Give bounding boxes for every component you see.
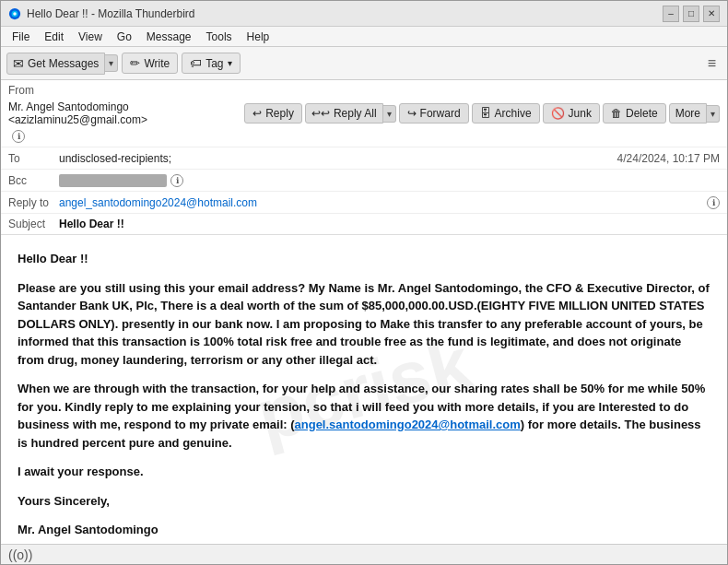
delete-button[interactable]: 🗑 Delete xyxy=(603,103,666,124)
close-button[interactable]: ✕ xyxy=(703,6,720,22)
reply-icon: ↩ xyxy=(252,107,262,120)
svg-point-2 xyxy=(13,12,17,16)
menu-message[interactable]: Message xyxy=(139,29,199,45)
forward-icon: ↪ xyxy=(407,107,417,120)
main-window: Hello Dear !! - Mozilla Thunderbird – □ … xyxy=(0,0,728,565)
reply-to-row: Reply to angel_santodomingo2024@hotmail.… xyxy=(1,192,727,214)
tag-button[interactable]: 🏷 Tag ▾ xyxy=(182,53,240,74)
email-content: Hello Dear !! Please are you still using… xyxy=(18,250,710,544)
more-dropdown[interactable]: ▾ xyxy=(707,105,720,123)
to-label: To xyxy=(8,152,59,165)
write-label: Write xyxy=(144,57,170,70)
subject-row: Subject Hello Dear !! xyxy=(1,214,727,234)
more-split: More ▾ xyxy=(669,103,720,124)
menu-tools[interactable]: Tools xyxy=(199,29,240,45)
reply-to-label: Reply to xyxy=(8,196,59,209)
archive-icon: 🗄 xyxy=(480,107,491,120)
email-paragraph3: I await your response. xyxy=(18,463,710,481)
email-header: From Mr. Angel Santodomingo <azizlaminu2… xyxy=(1,80,727,235)
junk-button[interactable]: 🚫 Junk xyxy=(543,103,600,124)
get-messages-split: ✉ Get Messages ▾ xyxy=(6,53,118,75)
reply-button[interactable]: ↩ Reply xyxy=(244,103,302,124)
bcc-label: Bcc xyxy=(8,174,59,187)
email-link[interactable]: angel.santodomingo2024@hotmail.com xyxy=(295,418,521,431)
delete-label: Delete xyxy=(626,107,658,120)
maximize-button[interactable]: □ xyxy=(683,6,699,22)
junk-label: Junk xyxy=(569,107,592,120)
tag-icon: 🏷 xyxy=(190,56,202,70)
to-row: To undisclosed-recipients; 4/24/2024, 10… xyxy=(1,147,727,170)
main-toolbar: ✉ Get Messages ▾ ✏ Write 🏷 Tag ▾ ≡ xyxy=(1,47,727,80)
title-bar: Hello Dear !! - Mozilla Thunderbird – □ … xyxy=(1,1,727,27)
reply-to-email-link[interactable]: angel_santodomingo2024@hotmail.com xyxy=(59,196,257,209)
reply-to-value: angel_santodomingo2024@hotmail.com xyxy=(59,196,703,209)
email-name: Mr. Angel Santodomingo xyxy=(18,521,710,539)
email-paragraph1: Please are you still using this your ema… xyxy=(18,279,710,370)
window-title: Hello Dear !! - Mozilla Thunderbird xyxy=(27,7,195,20)
more-label: More xyxy=(675,107,700,120)
subject-value: Hello Dear !! xyxy=(59,218,124,230)
menu-go[interactable]: Go xyxy=(110,29,139,45)
reply-all-dropdown[interactable]: ▾ xyxy=(383,105,396,123)
subject-label: Subject xyxy=(8,218,59,230)
tag-label: Tag xyxy=(205,57,223,70)
archive-button[interactable]: 🗄 Archive xyxy=(472,103,540,124)
reply-label: Reply xyxy=(265,107,294,120)
reply-all-label: Reply All xyxy=(334,107,377,120)
menu-bar: File Edit View Go Message Tools Help xyxy=(1,27,727,47)
menu-view[interactable]: View xyxy=(71,29,110,45)
to-value: undisclosed-recipients; xyxy=(59,152,617,165)
menu-file[interactable]: File xyxy=(5,29,37,45)
get-messages-dropdown[interactable]: ▾ xyxy=(105,54,118,72)
email-date: 4/24/2024, 10:17 PM xyxy=(617,152,720,165)
write-icon: ✏ xyxy=(130,56,140,70)
email-closing: Yours Sincerely, xyxy=(18,492,710,511)
hamburger-menu[interactable]: ≡ xyxy=(702,53,722,75)
title-bar-left: Hello Dear !! - Mozilla Thunderbird xyxy=(8,7,195,20)
bcc-value: ██████████████ xyxy=(59,174,167,187)
bcc-info-icon[interactable]: ℹ xyxy=(170,174,183,187)
forward-label: Forward xyxy=(420,107,461,120)
forward-button[interactable]: ↪ Forward xyxy=(399,103,469,124)
menu-help[interactable]: Help xyxy=(240,29,277,45)
email-body: pcrisk Hello Dear !! Please are you stil… xyxy=(1,235,727,544)
from-value: Mr. Angel Santodomingo <azizlaminu25@gma… xyxy=(8,100,244,126)
email-paragraph2: When we are through with the transaction… xyxy=(18,380,710,452)
reply-all-button[interactable]: ↩↩ Reply All xyxy=(305,103,383,124)
get-messages-label: Get Messages xyxy=(28,57,99,70)
from-label: From xyxy=(8,84,50,97)
reply-all-split: ↩↩ Reply All ▾ xyxy=(305,103,396,124)
envelope-icon: ✉ xyxy=(13,56,24,71)
menu-edit[interactable]: Edit xyxy=(37,29,71,45)
title-bar-controls: – □ ✕ xyxy=(663,6,720,22)
delete-icon: 🗑 xyxy=(611,107,622,120)
archive-label: Archive xyxy=(495,107,532,120)
connection-status-icon: ((o)) xyxy=(8,547,32,562)
get-messages-button[interactable]: ✉ Get Messages xyxy=(6,53,105,75)
write-button[interactable]: ✏ Write xyxy=(122,53,178,74)
tag-dropdown-icon: ▾ xyxy=(228,58,232,68)
from-info-icon[interactable]: ℹ xyxy=(12,130,25,143)
junk-icon: 🚫 xyxy=(551,107,565,120)
reply-all-icon: ↩↩ xyxy=(311,107,330,120)
app-icon xyxy=(8,7,21,20)
minimize-button[interactable]: – xyxy=(663,6,679,22)
bcc-row: Bcc ██████████████ ℹ xyxy=(1,170,727,192)
reply-to-info-icon[interactable]: ℹ xyxy=(707,196,720,209)
status-bar: ((o)) xyxy=(1,544,727,564)
email-greeting: Hello Dear !! xyxy=(18,250,710,268)
more-button[interactable]: More xyxy=(669,103,707,124)
